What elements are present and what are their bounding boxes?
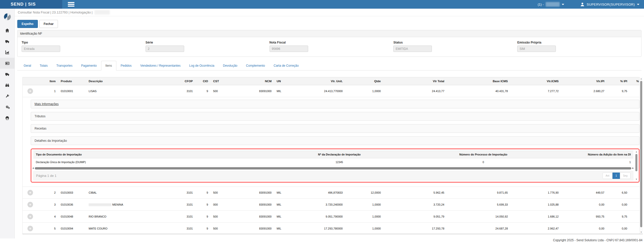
sidebar-item-ferramentas[interactable]	[0, 91, 14, 102]
tab-pagamento[interactable]: Pagamento	[77, 61, 101, 70]
expand-row-button[interactable]: +	[27, 88, 33, 94]
next-page-button[interactable]: Seg	[620, 173, 631, 179]
tab-itens[interactable]: Itens	[101, 61, 116, 70]
section-mais-informacoes[interactable]: Mais Informações	[31, 100, 639, 108]
printer-icon	[5, 116, 9, 120]
nota-fiscal-label: Nota Fiscal	[270, 41, 389, 44]
cell: 000	[211, 199, 233, 211]
tab-pedidos[interactable]: Pedidos	[116, 61, 136, 70]
sidebar-item-impressao[interactable]	[0, 112, 14, 123]
espelho-button[interactable]: Espelho	[17, 20, 38, 28]
tab-transportes[interactable]: Transportes	[52, 61, 77, 70]
scrollbar-thumb[interactable]	[640, 81, 642, 227]
cell: 9	[195, 85, 211, 97]
tipo-field[interactable]	[22, 46, 60, 52]
scrollbar-thumb[interactable]	[635, 154, 637, 171]
scroll-up-icon[interactable]: ▲	[640, 78, 643, 80]
cell: 500	[211, 187, 233, 199]
cell: 4	[38, 211, 58, 223]
column-header: Número da Adição do Item na DI	[549, 151, 633, 158]
tab-geral[interactable]: Geral	[19, 61, 35, 70]
cell: 24.687,28	[447, 223, 510, 234]
serie-label: Série	[146, 41, 265, 44]
expand-row-button[interactable]: +	[27, 226, 33, 231]
cell: 500	[211, 211, 233, 223]
item-row: +301010036 MENINA3101900083091000MIL3.72…	[23, 199, 643, 211]
cell: 5.962,45	[383, 187, 447, 199]
copyright-text: Copyright 2025 - Send Solutions Ltda - C…	[553, 238, 642, 242]
tab-carta-de-corre-o[interactable]: Carta de Correção	[269, 61, 303, 70]
page-1-button[interactable]: 1	[612, 173, 620, 179]
cell: 9.051,790000	[292, 211, 345, 223]
mais-informacoes-link[interactable]: Mais Informações	[35, 102, 59, 106]
breadcrumb-text: Consultar Nota Fiscal | 23.122793 | Homo…	[18, 10, 92, 14]
sidebar-item-relatorios[interactable]	[0, 47, 14, 58]
sidebar-item-consultas[interactable]	[0, 80, 14, 91]
vertical-scrollbar[interactable]: ▲ ▼	[639, 77, 643, 234]
cell: 12,0000	[345, 187, 383, 199]
cell: MIL	[274, 187, 292, 199]
item-row: +501010094MATE COURO3101950083091000MIL1…	[23, 223, 643, 234]
emissao-propria-field[interactable]	[517, 46, 556, 52]
scroll-left-icon[interactable]: ◀	[32, 167, 34, 169]
nota-fiscal-field[interactable]	[270, 46, 308, 52]
breadcrumb: Consultar Nota Fiscal | 23.122793 | Homo…	[15, 9, 644, 16]
footer: Copyright 2025 - Send Solutions Ltda - C…	[0, 238, 644, 242]
sidebar-item-home[interactable]	[0, 25, 14, 36]
section-detalhes-importacao[interactable]: Detalhes da Importação	[31, 136, 639, 145]
status-field[interactable]	[393, 46, 432, 52]
items-tbody-rest: +201010003CIBAL3101950083091000MIL496,87…	[23, 187, 643, 234]
cell: 9.051,79	[383, 211, 447, 223]
section-receitas[interactable]: Receitas	[31, 124, 639, 133]
tab-vendedores-representantes[interactable]: Vendedores / Representantes	[136, 61, 185, 70]
cell: 83091000	[233, 85, 274, 97]
horizontal-scrollbar[interactable]: ◀ ▶	[33, 167, 633, 170]
expand-row-button[interactable]: +	[27, 190, 33, 195]
tab-complemento[interactable]: Complemento	[242, 61, 269, 70]
truck-icon	[5, 39, 10, 44]
cell: 1,0000	[345, 85, 383, 97]
cell: 1,0000	[345, 223, 383, 234]
item-row: +101010001LISAS3101950083091000MIL24.413…	[23, 85, 643, 97]
tab-log-de-ocorr-ncia[interactable]: Log de Ocorrência	[185, 61, 219, 70]
menu-toggle-button[interactable]	[68, 1, 74, 7]
tributos-label: Tributos	[35, 115, 45, 118]
cell: RIO BRANCO	[86, 211, 162, 223]
environment-selector[interactable]: (1) -	[538, 2, 564, 7]
sidebar-item-configuracoes[interactable]	[0, 102, 14, 112]
previous-page-button[interactable]: Ant	[603, 173, 612, 179]
sidebar-item-logistica[interactable]	[0, 69, 14, 80]
sidebar-item-expedicao[interactable]	[0, 36, 14, 47]
column-header: Vlr. Unit.	[292, 77, 345, 85]
emissao-propria-label: Emissão Própria	[517, 41, 637, 44]
cell: 3101	[162, 223, 195, 234]
serie-field[interactable]	[146, 46, 184, 52]
scroll-up-icon[interactable]: ▲	[635, 151, 638, 153]
gears-icon	[5, 105, 10, 109]
main-content: Consultar Nota Fiscal | 23.122793 | Homo…	[15, 9, 644, 242]
cell: 3.720,24	[383, 199, 447, 211]
user-menu[interactable]: SUPERVISOR(SUPERVISOR)	[580, 2, 639, 7]
scrollbar-thumb[interactable]	[35, 167, 631, 169]
sidebar-item-notas-fiscais[interactable]	[0, 58, 14, 69]
tab-totais[interactable]: Totais	[35, 61, 52, 70]
expand-row-button[interactable]: +	[27, 214, 33, 219]
cell: Declaração Única de Importação (DUIMP)	[33, 158, 261, 166]
environment-prefix: (1) -	[538, 3, 544, 6]
expand-row-button[interactable]: +	[27, 202, 33, 207]
identificacao-panel: Identificação NF Tipo Série Nota Fiscal …	[17, 30, 641, 57]
cell: 993,75	[561, 211, 607, 223]
scroll-down-icon[interactable]: ▼	[640, 231, 643, 233]
section-tributos[interactable]: Tributos	[31, 112, 639, 121]
scroll-down-icon[interactable]: ▼	[635, 178, 638, 180]
app-logo[interactable]	[0, 9, 14, 25]
scroll-right-icon[interactable]: ▶	[632, 167, 634, 169]
column-header: Número do Processo de Importação	[417, 151, 549, 158]
cell: 83091000	[233, 199, 274, 211]
redacted-text	[546, 2, 560, 7]
expand-column-header	[23, 77, 38, 85]
fechar-button[interactable]: Fechar	[39, 20, 58, 28]
vertical-scrollbar[interactable]: ▲ ▼	[635, 151, 638, 180]
tab-devolu-o[interactable]: Devolução	[219, 61, 242, 70]
cell: 1,0000	[345, 211, 383, 223]
